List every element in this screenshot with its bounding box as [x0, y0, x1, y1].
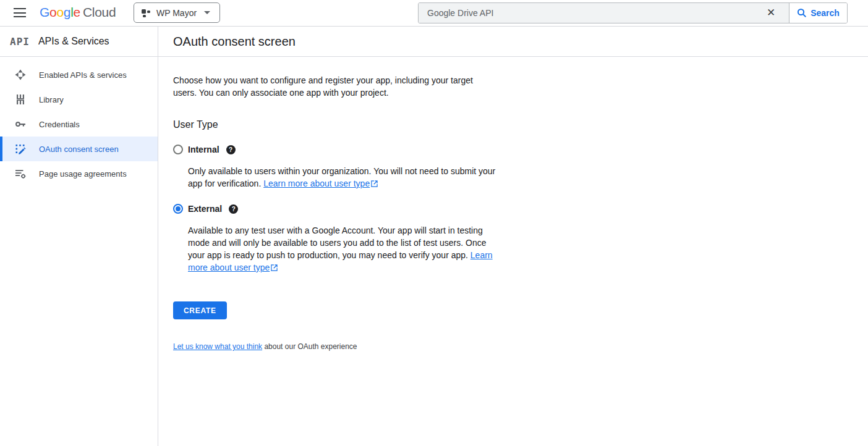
help-icon[interactable]: ?	[229, 204, 238, 214]
search-field[interactable]: ✕	[419, 3, 789, 23]
search-button[interactable]: Search	[789, 3, 847, 23]
user-type-heading: User Type	[173, 119, 868, 130]
sidebar-item-library[interactable]: Library	[0, 87, 158, 112]
sidebar-nav: Enabled APIs & services Library	[0, 57, 158, 186]
search-input[interactable]	[427, 8, 762, 18]
enabled-apis-icon	[15, 69, 26, 80]
external-link-icon	[271, 264, 278, 271]
sidebar-item-enabled-apis[interactable]: Enabled APIs & services	[0, 62, 158, 87]
create-button[interactable]: CREATE	[173, 301, 227, 319]
search-button-label: Search	[811, 8, 840, 18]
google-cloud-logo[interactable]: GoogleCloud	[40, 5, 116, 20]
project-name: WP Mayor	[156, 8, 197, 18]
sidebar-header: API APIs & Services	[0, 27, 158, 57]
logo-cloud-text: Cloud	[83, 5, 116, 19]
top-bar: GoogleCloud WP Mayor ✕ Search	[0, 0, 868, 27]
key-icon	[15, 119, 26, 130]
external-radio[interactable]	[173, 204, 183, 214]
search-icon	[797, 8, 807, 18]
api-product-logo: API	[10, 36, 30, 48]
logo-letter: G	[40, 5, 49, 19]
external-description-text: Available to any test user with a Google…	[188, 225, 487, 260]
help-icon[interactable]: ?	[226, 145, 236, 154]
sidebar-item-credentials[interactable]: Credentials	[0, 112, 158, 137]
oauth-consent-icon	[15, 143, 26, 154]
library-icon	[15, 94, 26, 105]
main-panel: OAuth consent screen Choose how you want…	[158, 27, 868, 446]
search-bar: ✕ Search	[418, 2, 848, 23]
sidebar-item-label: Credentials	[39, 120, 80, 129]
page-title: OAuth consent screen	[173, 35, 296, 49]
internal-radio-label: Internal	[188, 145, 219, 154]
external-link-icon	[371, 180, 378, 187]
logo-letter: o	[56, 5, 63, 19]
logo-letter: o	[49, 5, 56, 19]
sidebar-item-label: Enabled APIs & services	[39, 70, 127, 80]
sidebar-item-label: Library	[39, 95, 64, 104]
intro-text: Choose how you want to configure and reg…	[173, 74, 485, 99]
user-type-option-internal: Internal ?	[173, 145, 868, 154]
clear-search-icon[interactable]: ✕	[762, 3, 780, 23]
project-selector[interactable]: WP Mayor	[134, 2, 220, 23]
external-radio-label: External	[188, 204, 222, 214]
internal-radio[interactable]	[173, 145, 183, 154]
page-usage-icon	[15, 168, 26, 179]
internal-description: Only available to users within your orga…	[188, 165, 497, 190]
external-description: Available to any test user with a Google…	[188, 224, 497, 274]
logo-letter: g	[64, 5, 70, 19]
sidebar-item-label: Page usage agreements	[39, 169, 127, 179]
learn-more-link[interactable]: Learn more about user type	[263, 179, 370, 188]
sidebar: API APIs & Services Enabled APIs & servi…	[0, 27, 158, 446]
sidebar-item-label: OAuth consent screen	[39, 145, 119, 154]
menu-icon[interactable]	[14, 8, 26, 18]
sidebar-item-page-usage[interactable]: Page usage agreements	[0, 161, 158, 186]
logo-letter: e	[74, 5, 80, 19]
main-content: Choose how you want to configure and reg…	[158, 57, 868, 351]
main-header: OAuth consent screen	[158, 27, 868, 57]
sidebar-title: APIs & Services	[38, 36, 109, 47]
feedback-link[interactable]: Let us know what you think	[173, 342, 262, 351]
project-icon	[142, 9, 150, 17]
user-type-option-external: External ?	[173, 204, 868, 214]
chevron-down-icon	[204, 11, 210, 14]
sidebar-item-oauth-consent[interactable]: OAuth consent screen	[0, 137, 158, 161]
feedback-rest: about our OAuth experience	[262, 342, 357, 351]
feedback-text: Let us know what you think about our OAu…	[173, 342, 868, 351]
